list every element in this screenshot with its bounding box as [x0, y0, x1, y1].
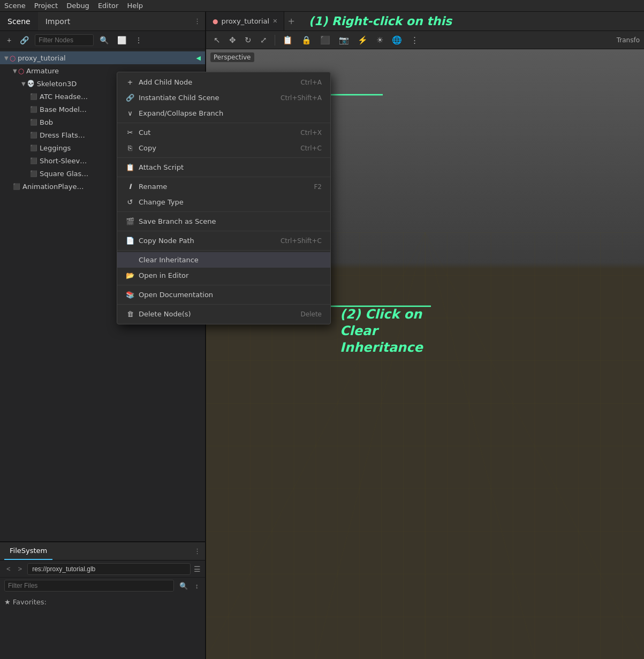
ctx-cut[interactable]: ✂ Cut Ctrl+X: [117, 125, 330, 140]
ctx-add-child-label: Add Child Node: [139, 78, 192, 86]
fs-search-button[interactable]: 🔍: [177, 581, 190, 591]
ctx-instantiate[interactable]: 🔗 Instantiate Child Scene Ctrl+Shift+A: [117, 90, 330, 105]
expand-icon: ▼: [4, 55, 9, 61]
main-layout: Scene Import ⋮ + 🔗 🔍 ⬜ ⋮ ▼ ○ proxy_tutor…: [0, 12, 644, 659]
ctx-attach-script[interactable]: 📋 Attach Script: [117, 160, 330, 175]
lock-button[interactable]: 🔒: [298, 34, 315, 47]
fs-path-input[interactable]: [27, 563, 191, 575]
fs-back-button[interactable]: <: [4, 564, 13, 574]
fs-view-toggle[interactable]: ☰: [194, 565, 201, 573]
menu-debug[interactable]: Debug: [66, 2, 89, 10]
add-tab-button[interactable]: +: [284, 16, 298, 26]
rotate-tool-button[interactable]: ↻: [241, 34, 255, 47]
mesh-icon: ⬛: [30, 145, 37, 152]
viewport-toolbar: ↖ ✥ ↻ ⤢ 📋 🔒 ⬛ 📷 ⚡ ☀ 🌐 ⋮ Transfo: [206, 31, 644, 49]
expand-icon: ▼: [21, 81, 26, 87]
ctx-cut-shortcut: Ctrl+X: [300, 129, 322, 137]
scene-tabs-more[interactable]: ⋮: [194, 17, 201, 25]
expand-icon: ∨: [126, 109, 134, 117]
context-menu: + Add Child Node Ctrl+A 🔗 Instantiate Ch…: [117, 72, 331, 324]
ctx-expand[interactable]: ∨ Expand/Collapse Branch: [117, 105, 330, 121]
expand-icon: ▼: [13, 68, 17, 74]
open-docs-icon: 📚: [126, 291, 134, 299]
ctx-instantiate-label: Instantiate Child Scene: [139, 94, 219, 102]
scene-options-button[interactable]: ⬜: [115, 34, 129, 46]
more-options-button[interactable]: ⋮: [132, 34, 145, 46]
tree-item-label: Skeleton3D: [37, 80, 77, 88]
ctx-instantiate-shortcut: Ctrl+Shift+A: [281, 94, 322, 102]
ctx-divider-7: [117, 285, 330, 285]
scale-tool-button[interactable]: ⤢: [257, 34, 270, 47]
transform-button[interactable]: 📋: [279, 34, 296, 47]
ctx-change-type-label: Change Type: [139, 198, 184, 206]
ctx-open-editor-label: Open in Editor: [139, 271, 188, 279]
open-editor-icon: 📂: [126, 271, 134, 279]
top-menu-bar: Scene Project Debug Editor Help: [0, 0, 644, 12]
add-node-button[interactable]: +: [4, 34, 14, 46]
tree-item-label: Short-Sleev…: [40, 157, 87, 165]
ctx-divider-6: [117, 250, 330, 251]
filter-nodes-input[interactable]: [35, 34, 94, 46]
tree-item-label: Leggings: [40, 144, 71, 152]
ctx-divider-2: [117, 157, 330, 158]
sun-button[interactable]: ☀: [373, 34, 387, 47]
search-button[interactable]: 🔍: [97, 34, 111, 46]
tree-item-label: Square Glas…: [40, 170, 88, 178]
ctx-delete-label: Delete Node(s): [139, 310, 191, 318]
ctx-change-type[interactable]: ↺ Change Type: [117, 194, 330, 210]
tree-item-proxy-tutorial[interactable]: ▼ ○ proxy_tutorial ◀: [0, 51, 205, 64]
tab-filesystem[interactable]: FileSystem: [4, 542, 52, 560]
tab-import[interactable]: Import: [38, 12, 78, 31]
menu-help[interactable]: Help: [127, 2, 143, 10]
mesh-icon: ⬛: [30, 119, 37, 126]
signal-button[interactable]: ⚡: [354, 34, 371, 47]
tab-close-button[interactable]: ✕: [272, 18, 277, 25]
ctx-copy[interactable]: ⎘ Copy Ctrl+C: [117, 140, 330, 156]
mesh-icon: ⬛: [30, 106, 37, 113]
filesystem-panel: FileSystem ⋮ < > ☰ 🔍 ↕ ★ Favorites:: [0, 541, 205, 659]
snap-button[interactable]: ⬛: [317, 34, 334, 47]
fs-favorites-label: ★ Favorites:: [4, 596, 201, 608]
menu-project[interactable]: Project: [34, 2, 58, 10]
ctx-open-docs-label: Open Documentation: [139, 291, 213, 299]
link-button[interactable]: 🔗: [17, 34, 32, 46]
ctx-save-branch[interactable]: 🎬 Save Branch as Scene: [117, 214, 330, 229]
scene-toolbar: + 🔗 🔍 ⬜ ⋮: [0, 31, 205, 49]
tree-item-label: AnimationPlaye…: [22, 183, 84, 191]
menu-scene[interactable]: Scene: [4, 2, 26, 10]
fs-filter-input[interactable]: [4, 580, 174, 592]
tree-item-label: ATC Headse…: [40, 93, 88, 101]
viewport-tab-bar: ● proxy_tutorial ✕ + (1) Right-click on …: [206, 12, 644, 31]
fs-forward-button[interactable]: >: [16, 564, 25, 574]
fs-tab-bar: FileSystem ⋮: [0, 542, 205, 560]
viewport-tab-proxy[interactable]: ● proxy_tutorial ✕: [206, 12, 284, 31]
node-circle-icon: ○: [10, 54, 16, 62]
ctx-delete-shortcut: Delete: [301, 310, 322, 318]
ctx-copy-path[interactable]: 📄 Copy Node Path Ctrl+Shift+C: [117, 233, 330, 248]
ctx-save-branch-label: Save Branch as Scene: [139, 217, 216, 225]
tab-scene[interactable]: Scene: [0, 12, 38, 31]
ctx-rename[interactable]: I Rename F2: [117, 179, 330, 194]
fs-sort-button[interactable]: ↕: [193, 581, 201, 591]
ctx-attach-script-label: Attach Script: [139, 163, 184, 171]
select-tool-button[interactable]: ↖: [210, 34, 224, 47]
ctx-delete-node[interactable]: 🗑 Delete Node(s) Delete: [117, 306, 330, 322]
camera-button[interactable]: 📷: [336, 34, 352, 47]
ctx-open-editor[interactable]: 📂 Open in Editor: [117, 268, 330, 283]
ctx-clear-inheritance-label: Clear Inheritance: [139, 256, 199, 264]
tab-circle-icon: ●: [213, 18, 218, 25]
mesh-icon: ⬛: [30, 93, 37, 100]
ctx-open-docs[interactable]: 📚 Open Documentation: [117, 287, 330, 302]
fs-filter-bar: 🔍 ↕: [0, 578, 205, 594]
fs-tab-dots[interactable]: ⋮: [194, 547, 201, 555]
ctx-add-child[interactable]: + Add Child Node Ctrl+A: [117, 74, 330, 90]
globe-button[interactable]: 🌐: [389, 34, 405, 47]
menu-editor[interactable]: Editor: [98, 2, 118, 10]
move-tool-button[interactable]: ✥: [226, 34, 239, 47]
viewport-tab-label: proxy_tutorial: [221, 17, 269, 25]
ctx-copy-path-shortcut: Ctrl+Shift+C: [281, 237, 322, 245]
cut-icon: ✂: [126, 128, 134, 137]
tree-item-label: Bob: [40, 118, 53, 126]
ctx-clear-inheritance[interactable]: Clear Inheritance: [117, 252, 330, 268]
viewport-more-button[interactable]: ⋮: [407, 34, 422, 47]
